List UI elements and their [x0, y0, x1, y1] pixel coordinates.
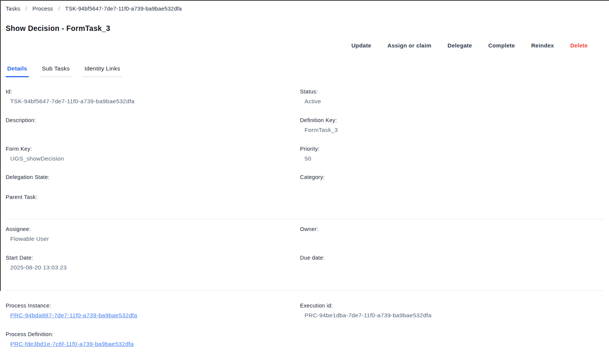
breadcrumb-task-id: TSK-94bf5647-7de7-11f0-a739-ba9bae532dfa	[65, 6, 182, 12]
breadcrumb-separator: /	[26, 6, 27, 12]
field-process-instance: Process Instance: PRC-94bda887-7de7-11f0…	[6, 303, 300, 331]
window-border-left	[0, 0, 1, 291]
execution-id-value: PRC-94be1dba-7de7-11f0-a739-ba9bae532dfa	[304, 312, 432, 319]
assign-or-claim-button[interactable]: Assign or claim	[388, 42, 431, 49]
field-start-date: Start Date: 2025-08-20 13:03:23	[6, 255, 300, 291]
definition-key-label: Definition Key:	[300, 117, 609, 124]
delegate-button[interactable]: Delegate	[448, 42, 472, 49]
form-key-value: UGS_showDecision	[10, 155, 64, 162]
assignee-value: Flowable User	[10, 235, 49, 242]
due-date-label: Due date:	[300, 255, 609, 261]
execution-id-label: Execution id:	[300, 303, 609, 309]
update-button[interactable]: Update	[351, 42, 371, 49]
breadcrumb-tasks[interactable]: Tasks	[6, 6, 20, 12]
status-value: Active	[304, 98, 321, 105]
field-priority: Priority: 50	[300, 146, 609, 174]
field-row: Start Date: 2025-08-20 13:03:23 Due date…	[0, 255, 609, 291]
category-label: Category:	[300, 174, 609, 180]
field-row: Process Instance: PRC-94bda887-7de7-11f0…	[0, 303, 609, 331]
priority-label: Priority:	[300, 146, 609, 152]
field-owner: Owner:	[300, 226, 609, 255]
field-form-key: Form Key: UGS_showDecision	[6, 146, 300, 174]
priority-value: 50	[304, 155, 311, 162]
field-row: Delegation State: Category:	[0, 174, 609, 194]
field-category: Category:	[300, 174, 609, 194]
field-row: Process Definition: PRC-fde3bd1e-7c6f-11…	[0, 331, 609, 360]
breadcrumb-process[interactable]: Process	[32, 6, 53, 12]
definition-key-value: FormTask_3	[304, 126, 338, 133]
process-instance-label: Process Instance:	[6, 303, 300, 309]
action-toolbar: Update Assign or claim Delegate Complete…	[0, 41, 609, 49]
start-date-label: Start Date:	[6, 255, 300, 261]
field-row: Assignee: Flowable User Owner:	[0, 226, 609, 255]
field-parent-task: Parent Task:	[6, 194, 300, 219]
assignee-label: Assignee:	[6, 226, 300, 232]
field-row: Form Key: UGS_showDecision Priority: 50	[0, 146, 609, 174]
field-row: Description: Definition Key: FormTask_3	[0, 117, 609, 146]
parent-task-label: Parent Task:	[6, 194, 300, 200]
field-due-date: Due date:	[300, 255, 609, 291]
tab-details[interactable]: Details	[6, 65, 29, 77]
process-instance-link[interactable]: PRC-94bda887-7de7-11f0-a739-ba9bae532dfa	[10, 312, 137, 319]
field-description: Description:	[6, 117, 300, 146]
field-id: Id: TSK-94bf5647-7de7-11f0-a739-ba9bae53…	[6, 89, 300, 117]
delegation-state-label: Delegation State:	[6, 174, 300, 180]
field-process-definition: Process Definition: PRC-fde3bd1e-7c6f-11…	[6, 331, 300, 360]
tab-sub-tasks[interactable]: Sub Tasks	[40, 65, 71, 77]
delete-button[interactable]: Delete	[570, 42, 588, 49]
tab-bar: Details Sub Tasks Identity Links	[6, 65, 609, 77]
field-row: Id: TSK-94bf5647-7de7-11f0-a739-ba9bae53…	[0, 89, 609, 117]
id-value: TSK-94bf5647-7de7-11f0-a739-ba9bae532dfa	[10, 98, 135, 105]
process-definition-label: Process Definition:	[6, 331, 300, 338]
tab-identity-links[interactable]: Identity Links	[83, 65, 122, 77]
process-definition-link[interactable]: PRC-fde3bd1e-7c6f-11f0-a739-ba9bae532dfa	[10, 340, 134, 347]
breadcrumb: Tasks / Process / TSK-94bf5647-7de7-11f0…	[0, 0, 609, 12]
form-key-label: Form Key:	[6, 146, 300, 152]
field-definition-key: Definition Key: FormTask_3	[300, 117, 609, 146]
description-value	[10, 126, 12, 133]
field-row: Parent Task:	[0, 194, 609, 219]
page-title: Show Decision - FormTask_3	[6, 24, 609, 33]
owner-label: Owner:	[300, 226, 609, 232]
complete-button[interactable]: Complete	[488, 42, 515, 49]
field-execution-id: Execution id: PRC-94be1dba-7de7-11f0-a73…	[300, 303, 609, 331]
window-border-top	[0, 0, 609, 1]
details-panel: Id: TSK-94bf5647-7de7-11f0-a739-ba9bae53…	[0, 89, 609, 360]
field-status: Status: Active	[300, 89, 609, 117]
status-label: Status:	[300, 89, 609, 95]
reindex-button[interactable]: Reindex	[531, 42, 554, 49]
field-delegation-state: Delegation State:	[6, 174, 300, 194]
description-label: Description:	[6, 117, 300, 124]
start-date-value: 2025-08-20 13:03:23	[10, 264, 67, 271]
field-assignee: Assignee: Flowable User	[6, 226, 300, 255]
breadcrumb-separator: /	[58, 6, 60, 12]
id-label: Id:	[6, 89, 300, 95]
